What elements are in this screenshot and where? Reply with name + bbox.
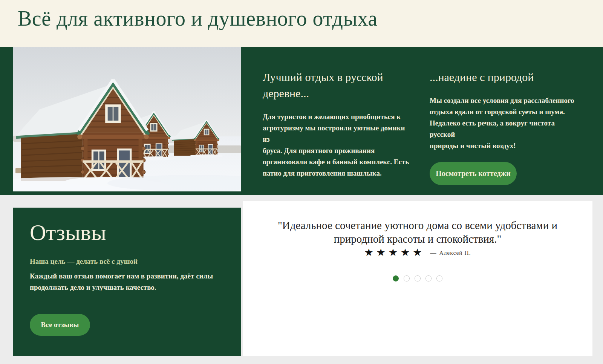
carousel-dot-2[interactable] (404, 275, 410, 281)
carousel-dot-3[interactable] (415, 275, 421, 281)
all-reviews-button[interactable]: Все отзывы (30, 314, 90, 336)
carousel-dot-5[interactable] (436, 275, 442, 281)
reviews-card: Отзывы Наша цель — делать всё с душой Ка… (13, 208, 241, 356)
hero-section: Лучший отдых в русской деревне... Для ту… (0, 47, 603, 195)
cottages-photo (13, 47, 241, 191)
testimonial-card: "Идеальное сочетание уютного дома со все… (243, 201, 592, 356)
cottage-illustration (13, 47, 241, 191)
carousel-dots (243, 275, 592, 281)
testimonial-meta: ★★★★★ — Алексей П. (243, 248, 592, 258)
testimonial-author: Алексей П. (439, 249, 471, 256)
carousel-dot-4[interactable] (425, 275, 432, 281)
hero-column-nature: ...наедине с природой Мы создали все усл… (430, 47, 580, 185)
star-rating-icon: ★★★★★ (364, 248, 425, 258)
page-title: Всё для активного и душевного отдыха (0, 0, 603, 31)
hero-column-village: Лучший отдых в русской деревне... Для ту… (263, 47, 413, 179)
reviews-paragraph: Каждый ваш отзыв помогает нам в развитии… (30, 271, 230, 293)
landing-page: Всё для активного и душевного отдыха (0, 0, 603, 364)
carousel-dot-1[interactable] (393, 275, 399, 281)
reviews-subtitle: Наша цель — делать всё с душой (30, 257, 138, 266)
hero-heading-village: Лучший отдых в русской деревне... (263, 69, 413, 101)
page-header: Всё для активного и душевного отдыха (0, 0, 603, 47)
reviews-heading: Отзывы (30, 219, 106, 246)
hero-paragraph-village: Для туристов и желающих приобщиться к аг… (263, 111, 413, 179)
hero-heading-nature: ...наедине с природой (430, 69, 580, 85)
testimonial-quote: "Идеальное сочетание уютного дома со все… (243, 219, 592, 246)
author-dash: — (430, 249, 436, 256)
view-cottages-button[interactable]: Посмотреть коттеджи (430, 162, 517, 185)
hero-paragraph-nature: Мы создали все условия для расслабленног… (430, 95, 580, 151)
